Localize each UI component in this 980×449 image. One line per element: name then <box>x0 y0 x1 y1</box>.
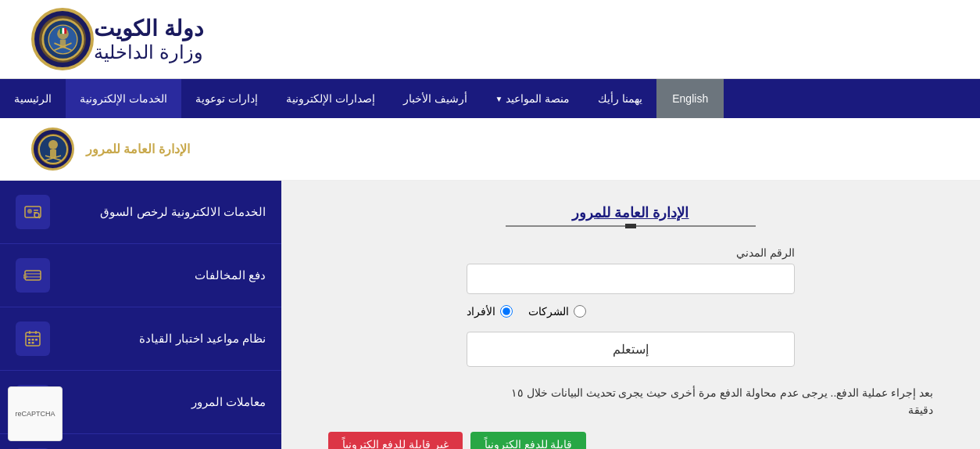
svg-rect-31 <box>35 339 38 341</box>
sub-header-title: الإدارة العامة للمرور <box>86 142 190 156</box>
calendar-icon <box>23 329 42 348</box>
country-name: دولة الكويت <box>94 16 203 41</box>
sidebar-label-exam-schedule: نظام مواعيد اختبار القيادة <box>59 332 266 346</box>
radio-individuals-label[interactable]: الأفراد <box>467 305 513 318</box>
recaptcha: reCAPTCHA <box>8 386 63 441</box>
radio-individuals-text: الأفراد <box>467 305 495 318</box>
sidebar-item-exam-schedule[interactable]: نظام مواعيد اختبار القيادة <box>0 307 281 371</box>
radio-companies-text: الشركات <box>528 305 569 318</box>
sidebar-icon-driving-license <box>16 195 50 229</box>
sidebar-icon-pay-fines: KD <box>16 258 50 293</box>
svg-rect-21 <box>25 271 41 280</box>
form-title: الإدارة العامة للمرور <box>328 204 933 221</box>
nav-home[interactable]: الرئيسية <box>0 79 66 118</box>
money-icon: KD <box>23 266 42 285</box>
radio-individuals[interactable] <box>500 305 513 318</box>
nav-awareness[interactable]: إدارات توعوية <box>181 79 272 118</box>
page-header: دولة الكويت وزارة الداخلية <box>0 0 980 79</box>
radio-companies[interactable] <box>574 305 586 318</box>
svg-rect-7 <box>59 27 62 33</box>
sidebar-label-driving-license: الخدمات الالكترونية لرخص السوق <box>59 205 266 219</box>
not-eligible-badge[interactable]: غير قابلة للدفع الكترونياً <box>328 432 463 449</box>
sidebar-icon-exam-schedule <box>16 321 50 356</box>
inquire-button[interactable]: إستعلم <box>467 332 795 367</box>
ministry-logo <box>31 8 94 70</box>
svg-rect-29 <box>28 339 30 341</box>
appointments-dropdown-icon: ▼ <box>495 95 503 103</box>
sidebar-item-pay-fines[interactable]: دفع المخالفات KD <box>0 244 281 307</box>
nav-news[interactable]: أرشيف الأخبار <box>389 79 481 118</box>
field-group: الرقم المدني الشركات الأفراد إستعلم <box>467 246 795 367</box>
sidebar-label-pay-fines: دفع المخالفات <box>59 268 266 282</box>
ministry-name: وزارة الداخلية <box>94 41 203 63</box>
title-divider <box>506 225 756 227</box>
traffic-dept-logo <box>31 128 74 171</box>
svg-point-19 <box>34 213 39 217</box>
id-card-icon <box>23 203 42 221</box>
form-area: الإدارة العامة للمرور الرقم المدني الشرك… <box>281 181 980 449</box>
civil-id-label: الرقم المدني <box>467 246 795 259</box>
info-text: بعد إجراء عملية الدفع.. يرجى عدم محاولة … <box>495 384 933 419</box>
svg-rect-30 <box>32 339 34 341</box>
svg-rect-32 <box>28 342 30 344</box>
svg-point-16 <box>27 209 32 214</box>
svg-rect-15 <box>25 207 41 217</box>
sub-header: الإدارة العامة للمرور <box>0 118 980 181</box>
logo-emblem <box>39 16 86 63</box>
traffic-logo-inner <box>38 134 69 165</box>
eligible-badge[interactable]: قابلة للدفع الكترونياً <box>470 432 587 449</box>
nav-contact[interactable]: يهمنا رأيك <box>584 79 656 118</box>
payment-badges: قابلة للدفع الكترونياً غير قابلة للدفع ا… <box>328 432 586 449</box>
radio-group: الشركات الأفراد <box>467 305 795 318</box>
nav-publications[interactable]: إصدارات الإلكترونية <box>272 79 389 118</box>
svg-rect-8 <box>62 27 64 33</box>
svg-point-11 <box>48 140 58 149</box>
main-navbar: English يهمنا رأيك منصة المواعيد ▼ أرشيف… <box>0 79 980 118</box>
sidebar-item-driving-license[interactable]: الخدمات الالكترونية لرخص السوق <box>0 181 281 244</box>
radio-companies-label[interactable]: الشركات <box>528 305 586 318</box>
svg-rect-17 <box>34 210 38 211</box>
ministry-title: دولة الكويت وزارة الداخلية <box>94 16 203 63</box>
sidebar-label-transactions: معاملات المرور <box>59 395 266 409</box>
nav-eservices[interactable]: الخدمات الإلكترونية <box>66 79 181 118</box>
svg-rect-9 <box>64 27 66 33</box>
english-button[interactable]: English <box>656 79 724 118</box>
civil-id-input[interactable] <box>467 264 795 294</box>
main-content: الإدارة العامة للمرور الرقم المدني الشرك… <box>0 181 980 449</box>
svg-rect-12 <box>50 149 56 157</box>
nav-appointments[interactable]: منصة المواعيد ▼ <box>481 79 585 118</box>
svg-rect-33 <box>32 342 34 344</box>
